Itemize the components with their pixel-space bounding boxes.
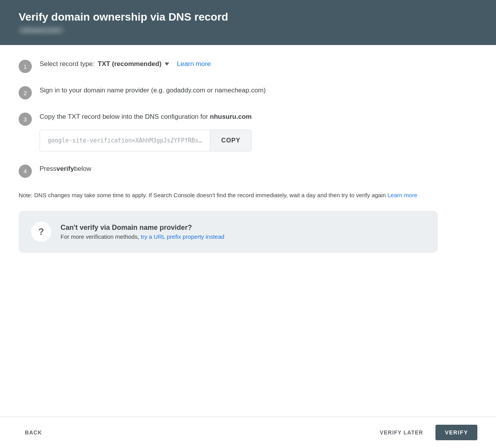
- step-3-number: 3: [19, 113, 32, 126]
- step-3-content: Copy the TXT record below into the DNS c…: [40, 112, 251, 151]
- main-content: 1 Select record type: TXT (recommended) …: [0, 45, 496, 417]
- alt-verify-box: ? Can't verify via Domain name provider?…: [19, 211, 438, 253]
- note-section: Note: DNS changes may take some time to …: [19, 190, 438, 200]
- footer-left: BACK: [19, 425, 48, 439]
- question-icon: ?: [38, 226, 44, 237]
- step-3-text-before: Copy the TXT record below into the DNS c…: [40, 113, 210, 120]
- page-title: Verify domain ownership via DNS record: [19, 11, 477, 23]
- alt-verify-title: Can't verify via Domain name provider?: [61, 224, 224, 232]
- header: Verify domain ownership via DNS record n…: [0, 0, 496, 45]
- copy-button[interactable]: COPY: [210, 130, 251, 151]
- select-record-type-label: Select record type:: [40, 59, 95, 69]
- record-type-dropdown[interactable]: TXT (recommended): [98, 59, 169, 69]
- step-3-domain: nhusuru.com: [210, 113, 252, 120]
- alt-verify-text: Can't verify via Domain name provider? F…: [61, 224, 224, 240]
- step-3-text-line: Copy the TXT record below into the DNS c…: [40, 112, 251, 122]
- step-1-content: Select record type: TXT (recommended) Le…: [40, 59, 211, 69]
- step-1-number: 1: [19, 60, 32, 73]
- learn-more-link-step1[interactable]: Learn more: [177, 59, 211, 69]
- step-2: 2 Sign in to your domain name provider (…: [19, 85, 477, 99]
- record-type-value: TXT (recommended): [98, 59, 161, 69]
- txt-record-input[interactable]: [40, 130, 210, 151]
- step-4-text-before: Press: [40, 164, 56, 174]
- verify-later-button[interactable]: VERIFY LATER: [374, 425, 430, 439]
- back-button[interactable]: BACK: [19, 425, 48, 439]
- footer: BACK VERIFY LATER VERIFY: [0, 417, 496, 448]
- step-4-content: Press verify below: [40, 164, 91, 174]
- step-4: 4 Press verify below: [19, 164, 477, 178]
- note-learn-more-link[interactable]: Learn more: [387, 192, 417, 198]
- note-text: Note: DNS changes may take some time to …: [19, 192, 387, 198]
- alt-verify-desc: For more verification methods, try a URL…: [61, 233, 224, 240]
- alt-verify-link[interactable]: try a URL prefix property instead: [141, 233, 224, 240]
- step-4-text-after: below: [74, 164, 91, 174]
- question-icon-wrap: ?: [31, 222, 51, 242]
- domain-subtitle: nhusuru.com: [19, 26, 64, 34]
- step-3: 3 Copy the TXT record below into the DNS…: [19, 112, 477, 151]
- step-4-number: 4: [19, 165, 32, 178]
- alt-verify-desc-before: For more verification methods,: [61, 233, 141, 240]
- chevron-down-icon: [165, 63, 169, 66]
- step-1: 1 Select record type: TXT (recommended) …: [19, 59, 477, 73]
- verify-button[interactable]: VERIFY: [435, 425, 477, 440]
- step-2-number: 2: [19, 86, 32, 99]
- step-2-text: Sign in to your domain name provider (e.…: [40, 85, 266, 96]
- step-2-content: Sign in to your domain name provider (e.…: [40, 85, 266, 96]
- txt-record-box: COPY: [40, 130, 251, 151]
- footer-right: VERIFY LATER VERIFY: [374, 425, 477, 440]
- step-4-bold: verify: [56, 164, 74, 174]
